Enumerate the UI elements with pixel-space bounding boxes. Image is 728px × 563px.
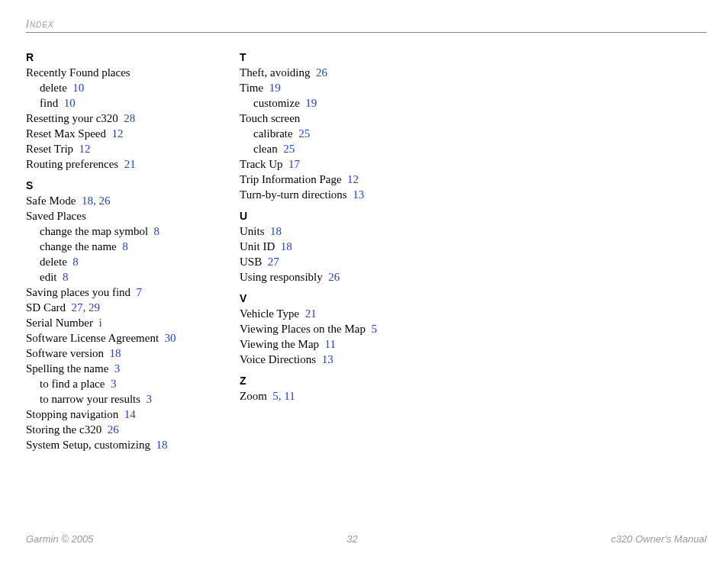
index-entry: delete 10 xyxy=(26,80,209,95)
page-reference[interactable]: 11 xyxy=(325,338,336,350)
index-entry: change the name 8 xyxy=(26,239,209,254)
index-entry-text: Recently Found places xyxy=(26,66,130,79)
index-entry: Saved Places xyxy=(26,208,209,224)
index-entry-text: Zoom xyxy=(240,390,267,402)
index-entry-text: Trip Information Page xyxy=(240,173,342,185)
page-reference[interactable]: 25 xyxy=(283,143,295,155)
index-entry: Routing preferences 21 xyxy=(26,156,209,172)
index-entry: change the map symbol 8 xyxy=(26,224,209,239)
index-columns: RRecently Found placesdelete 10find 10Re… xyxy=(26,43,707,452)
index-entry-text: customize xyxy=(253,97,300,109)
index-entry-text: Serial Number xyxy=(26,317,93,329)
header-rule: Index xyxy=(26,17,707,33)
page-reference[interactable]: 14 xyxy=(124,408,136,420)
page-reference[interactable]: 30 xyxy=(165,332,176,344)
index-section-letter: Z xyxy=(240,375,423,387)
page: Index RRecently Found placesdelete 10fin… xyxy=(0,0,728,563)
page-reference[interactable]: 26 xyxy=(328,271,340,283)
index-entry-text: to find a place xyxy=(40,378,105,390)
page-reference[interactable]: 19 xyxy=(305,97,317,109)
index-entry: find 10 xyxy=(26,95,209,111)
page-reference[interactable]: 12 xyxy=(111,127,123,140)
index-entry-text: Routing preferences xyxy=(26,158,118,170)
page-reference[interactable]: 10 xyxy=(64,97,76,109)
index-entry-text: Spelling the name xyxy=(26,362,108,375)
page-reference[interactable]: 3 xyxy=(111,378,117,390)
page-reference[interactable]: 21 xyxy=(124,158,136,170)
page-reference[interactable]: 26 xyxy=(316,66,327,79)
page-reference[interactable]: 13 xyxy=(322,353,333,365)
index-entry-text: calibrate xyxy=(253,127,293,140)
index-entry: SD Card 27, 29 xyxy=(26,300,209,315)
index-entry: customize 19 xyxy=(240,95,423,111)
index-entry-text: Theft, avoiding xyxy=(240,66,310,79)
page-reference[interactable]: 12 xyxy=(347,173,359,185)
index-entry-text: Stopping navigation xyxy=(26,408,118,420)
page-reference[interactable]: 18 xyxy=(156,439,167,451)
page-reference[interactable]: 5, 11 xyxy=(272,390,295,402)
page-reference[interactable]: 3 xyxy=(114,362,121,375)
index-entry-text: SD Card xyxy=(26,301,66,314)
page-reference[interactable]: 3 xyxy=(147,393,153,405)
index-entry-text: Reset Max Speed xyxy=(26,127,106,140)
index-entry: Unit ID 18 xyxy=(240,239,423,254)
index-entry: Trip Information Page 12 xyxy=(240,172,423,187)
page-reference[interactable]: 18, 26 xyxy=(82,195,111,207)
page-reference[interactable]: 17 xyxy=(288,158,300,170)
index-column-2: TTheft, avoiding 26Time 19customize 19To… xyxy=(240,43,423,452)
index-entry: Viewing the Map 11 xyxy=(240,336,423,352)
page-reference[interactable]: 12 xyxy=(79,143,91,155)
index-entry: Safe Mode 18, 26 xyxy=(26,193,209,208)
index-entry: to find a place 3 xyxy=(26,376,209,391)
index-section-letter: R xyxy=(26,51,209,63)
page-reference[interactable]: 27 xyxy=(268,256,279,268)
page-reference[interactable]: 5 xyxy=(371,323,377,335)
page-reference[interactable]: 18 xyxy=(270,225,282,237)
index-entry-text: Software License Agreement xyxy=(26,332,159,344)
index-entry-text: edit xyxy=(40,271,57,283)
page-reference[interactable]: 7 xyxy=(137,286,143,298)
page-reference[interactable]: 19 xyxy=(269,82,281,94)
index-entry-text: Storing the c320 xyxy=(26,423,101,436)
page-reference[interactable]: 27, 29 xyxy=(72,301,101,314)
page-reference[interactable]: i xyxy=(98,317,101,329)
index-entry-text: change the name xyxy=(40,240,117,253)
index-entry-text: Unit ID xyxy=(240,240,275,253)
index-entry: Stopping navigation 14 xyxy=(26,407,209,422)
index-entry-text: Touch screen xyxy=(240,112,300,124)
index-entry-text: Reset Trip xyxy=(26,143,73,155)
page-reference[interactable]: 18 xyxy=(110,347,121,359)
page-reference[interactable]: 8 xyxy=(72,256,79,268)
index-entry: delete 8 xyxy=(26,254,209,269)
page-reference[interactable]: 8 xyxy=(154,225,160,237)
index-entry-text: Safe Mode xyxy=(26,195,76,207)
index-entry-text: Software version xyxy=(26,347,104,359)
footer-center: 32 xyxy=(346,533,357,545)
index-entry: Touch screen xyxy=(240,111,423,126)
index-entry: Storing the c320 26 xyxy=(26,422,209,437)
index-section-letter: S xyxy=(26,179,209,191)
page-reference[interactable]: 8 xyxy=(63,271,69,283)
page-reference[interactable]: 18 xyxy=(281,240,292,253)
index-entry: Software License Agreement 30 xyxy=(26,330,209,346)
page-reference[interactable]: 26 xyxy=(108,423,119,436)
index-entry-text: USB xyxy=(240,256,262,268)
index-column-1: RRecently Found placesdelete 10find 10Re… xyxy=(26,43,209,452)
index-entry: Zoom 5, 11 xyxy=(240,388,423,404)
page-reference[interactable]: 10 xyxy=(72,82,84,94)
index-entry-text: Vehicle Type xyxy=(240,307,299,320)
index-entry-text: Time xyxy=(240,82,263,94)
page-reference[interactable]: 13 xyxy=(353,188,364,201)
index-entry: Recently Found places xyxy=(26,65,209,80)
index-section-letter: T xyxy=(240,51,423,63)
page-reference[interactable]: 25 xyxy=(298,127,310,140)
page-reference[interactable]: 28 xyxy=(124,112,135,124)
index-section-letter: U xyxy=(240,210,423,222)
page-reference[interactable]: 21 xyxy=(305,307,317,320)
index-entry-text: to narrow your results xyxy=(40,393,140,405)
index-entry: System Setup, customizing 18 xyxy=(26,437,209,452)
index-entry: calibrate 25 xyxy=(240,126,423,141)
index-entry: Viewing Places on the Map 5 xyxy=(240,321,423,336)
index-section-letter: V xyxy=(240,292,423,304)
page-reference[interactable]: 8 xyxy=(122,240,128,253)
